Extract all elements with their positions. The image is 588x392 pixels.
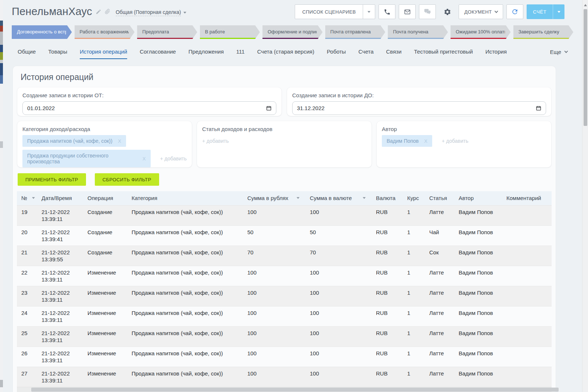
tab-item[interactable]: История операций [80, 44, 127, 59]
calendar-icon[interactable] [266, 105, 272, 111]
table-row[interactable]: 2121-12-202213:39:55СозданиеПродажа напи… [17, 246, 552, 266]
tab-item[interactable]: Предложения [189, 44, 224, 59]
invoice-dropdown-button[interactable] [553, 4, 564, 19]
cell-datetime: 21-12-202213:39:11 [37, 347, 83, 367]
pipeline-stage[interactable]: Почта получена [388, 25, 448, 39]
column-header[interactable]: Сумма в валюте [305, 191, 372, 205]
paperclip-icon[interactable] [105, 9, 110, 14]
table-row[interactable]: 2521-12-202213:39:11ИзменениеПродажа нап… [17, 327, 552, 347]
tab-item[interactable]: Товары [48, 44, 67, 59]
cell-author: Вадим Попов [454, 205, 502, 225]
pipeline-stage[interactable]: Почта отправлена [325, 25, 386, 39]
horizontal-scrollbar-thumb[interactable] [31, 388, 559, 392]
cell-operation: Создание [83, 225, 127, 246]
column-header[interactable]: Курс [403, 191, 425, 205]
column-header-label: Категория [132, 195, 157, 201]
table-row[interactable]: 2021-12-202213:39:41СозданиеПродажа напи… [17, 225, 552, 246]
column-header[interactable]: Валюта [372, 191, 403, 205]
pipeline-stage[interactable]: Предоплата [137, 25, 197, 39]
tabs-more-button[interactable]: Еще [550, 49, 567, 55]
cell-comment [502, 246, 552, 266]
author-tag-line: Вадим ПоповX + добавить [382, 135, 546, 147]
edit-title-icon[interactable] [96, 9, 101, 15]
tab-item[interactable]: 111 [236, 44, 245, 59]
table-row[interactable]: 2421-12-202213:39:11ИзменениеПродажа нап… [17, 306, 552, 326]
email-button[interactable] [399, 4, 416, 19]
pipeline-stage[interactable]: Работа с возражениями... [75, 25, 135, 39]
tab-item[interactable]: Общие [18, 44, 36, 59]
table-row[interactable]: 2621-12-202213:39:11ИзменениеПродажа нап… [17, 347, 552, 367]
tab-item[interactable]: Связи [386, 44, 402, 59]
pipeline-selector[interactable]: Общая (Повторная сделка) [116, 9, 187, 16]
invoice-button[interactable]: СЧЁТ [527, 4, 564, 19]
column-header-label: № [21, 195, 27, 201]
phone-button[interactable] [379, 4, 395, 19]
pipeline-stage[interactable]: Договоренность о встр... [12, 25, 72, 39]
column-header[interactable]: Категория [127, 191, 243, 205]
cell-amount-rub: 70 [243, 246, 305, 266]
cell-category: Продажа напитков (чай, кофе, сок)) [127, 347, 243, 367]
scroll-up-icon[interactable] [584, 3, 587, 6]
document-button[interactable]: ДОКУМЕНТ [459, 4, 503, 19]
date-from-card: Создание записи в истории ОТ: 01.01.2022 [17, 87, 282, 116]
column-header[interactable]: Дата/Время [37, 191, 83, 205]
calendar-icon[interactable] [536, 105, 541, 111]
column-header[interactable]: Статья [425, 191, 454, 205]
tab-item[interactable]: История [485, 44, 507, 59]
tab-item[interactable]: Роботы [327, 44, 346, 59]
date-filter-row: Создание записи в истории ОТ: 01.01.2022… [17, 87, 551, 116]
scenarios-dropdown-button[interactable] [363, 5, 375, 19]
cell-comment [502, 347, 552, 367]
vertical-scrollbar-thumb[interactable] [584, 9, 587, 126]
scenarios-button[interactable]: СПИСОК СЦЕНАРИЕВ [295, 4, 375, 19]
table-row[interactable]: 2221-12-202213:39:11ИзменениеПродажа нап… [17, 266, 552, 286]
vertical-scrollbar[interactable] [582, 0, 588, 392]
sort-icon[interactable] [297, 197, 300, 200]
tab-item[interactable]: Счета (старая версия) [257, 44, 315, 59]
column-header-label: Сумма в рублях [247, 195, 288, 201]
pipeline-stage[interactable]: Оформление и подпис... [262, 25, 323, 39]
tab-item[interactable]: Согласование [140, 44, 176, 59]
sort-icon[interactable] [363, 197, 366, 200]
table-row[interactable]: 2721-12-202213:39:11ИзменениеПродажа нап… [17, 367, 552, 387]
chat-button[interactable] [419, 4, 436, 19]
cell-amount-rub: 50 [243, 225, 305, 246]
pipeline-stage[interactable]: Завершить сделку [513, 25, 574, 39]
remove-tag-icon[interactable]: X [424, 138, 427, 144]
cell-time: 13:39:11 [42, 337, 80, 344]
horizontal-scrollbar[interactable] [3, 387, 582, 392]
add-author-link[interactable]: + добавить [442, 138, 468, 144]
filter-actions-row: ПРИМЕНИТЬ ФИЛЬТР СБРОСИТЬ ФИЛЬТР [18, 173, 556, 186]
date-to-input[interactable]: 31.12.2022 [292, 101, 546, 115]
sync-button[interactable] [506, 4, 523, 19]
remove-tag-icon[interactable]: X [143, 156, 146, 161]
settings-button[interactable] [439, 4, 455, 19]
cell-comment [502, 367, 552, 387]
column-header[interactable]: Операция [83, 191, 127, 205]
pipeline-stage[interactable]: Ожидаем 100% оплаты [451, 25, 511, 39]
cell-rate: 1 [403, 347, 425, 367]
invoice-button-label: СЧЁТ [527, 4, 553, 19]
add-category-link[interactable]: + добавить [160, 156, 187, 161]
column-header[interactable]: Сумма в рублях [243, 191, 305, 205]
apply-filter-button[interactable]: ПРИМЕНИТЬ ФИЛЬТР [18, 173, 86, 186]
remove-tag-icon[interactable]: X [118, 138, 121, 144]
tab-item[interactable]: Счета [358, 44, 373, 59]
sort-icon[interactable] [32, 197, 35, 200]
cell-operation: Изменение [83, 347, 127, 367]
table-row[interactable]: 2321-12-202213:39:11ИзменениеПродажа нап… [17, 286, 552, 306]
author-filter-card: Автор Вадим ПоповX + добавить [377, 121, 551, 167]
article-filter-card: Статья доходов и расходов + добавить [197, 121, 372, 167]
chevron-down-icon [495, 10, 498, 13]
reset-filter-button[interactable]: СБРОСИТЬ ФИЛЬТР [95, 173, 159, 186]
column-header[interactable]: № [17, 191, 37, 205]
author-filter-label: Автор [382, 126, 546, 132]
table-row[interactable]: 1921-12-202213:39:11СозданиеПродажа напи… [17, 205, 552, 225]
column-header[interactable]: Автор [454, 191, 502, 205]
pipeline-stage[interactable]: В работе [200, 25, 260, 39]
tab-item[interactable]: Тестовый притестовый [414, 44, 473, 59]
column-header[interactable]: Комментарий [502, 191, 552, 205]
add-article-link[interactable]: + добавить [202, 138, 229, 144]
chevron-down-icon [368, 11, 370, 14]
date-from-input[interactable]: 01.01.2022 [22, 101, 276, 115]
